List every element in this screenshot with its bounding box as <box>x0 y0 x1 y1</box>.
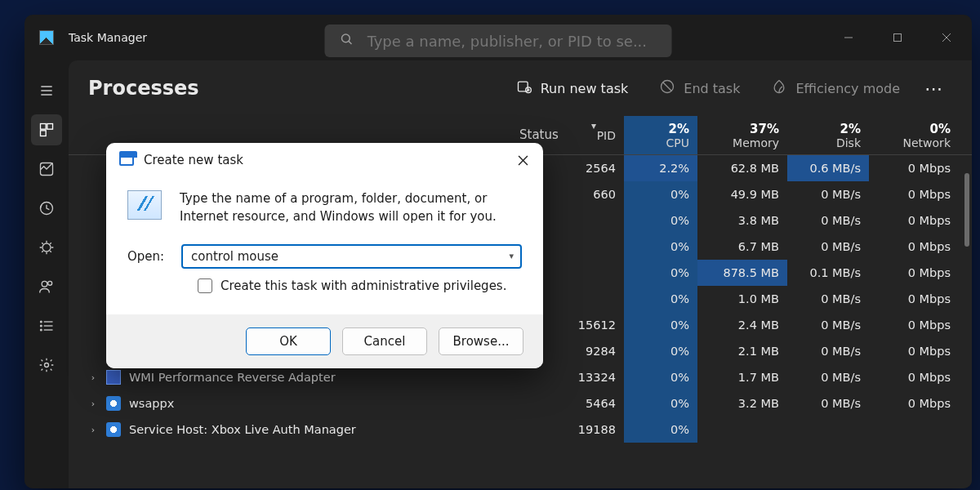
svg-point-16 <box>48 281 52 285</box>
cell-memory: 2.1 MB <box>697 338 787 364</box>
efficiency-mode-button[interactable]: Efficiency mode <box>758 72 913 105</box>
scrollbar[interactable] <box>964 173 969 247</box>
cell-cpu: 0% <box>624 390 697 416</box>
dialog-title: Create new task <box>144 153 243 167</box>
search-input[interactable] <box>366 32 657 51</box>
task-manager-app-icon <box>39 30 54 45</box>
cell-cpu: 2.2% <box>624 155 697 181</box>
dialog-footer: OK Cancel Browse... <box>106 314 543 368</box>
col-cpu[interactable]: 2% CPU <box>624 116 697 154</box>
svg-rect-9 <box>41 124 47 130</box>
close-button[interactable] <box>928 21 965 54</box>
minimize-button[interactable] <box>830 21 867 54</box>
col-status-label[interactable]: Status <box>519 127 559 142</box>
cell-cpu: 0% <box>624 234 697 260</box>
more-button[interactable]: ⋯ <box>918 78 951 99</box>
table-row[interactable]: ›WMI Performance Reverse Adapter133240%1… <box>69 364 959 390</box>
cell-pid: 660 <box>554 181 624 207</box>
maximize-button[interactable] <box>879 21 916 54</box>
search-box[interactable] <box>325 24 672 57</box>
svg-line-1 <box>349 41 352 44</box>
end-task-button[interactable]: End task <box>646 72 753 105</box>
nav-users[interactable] <box>31 271 62 302</box>
cell-pid: 15612 <box>554 312 624 338</box>
open-input[interactable] <box>189 248 509 265</box>
chevron-down-icon[interactable]: ▾ <box>509 251 514 261</box>
nav-services[interactable] <box>31 350 62 381</box>
dialog-description: Type the name of a program, folder, docu… <box>180 190 506 226</box>
cancel-button[interactable]: Cancel <box>342 327 427 355</box>
table-row[interactable]: ›wsappx54640%3.2 MB0 MB/s0 Mbps <box>69 390 959 416</box>
cell-cpu: 0% <box>624 286 697 312</box>
cell-pid: 13324 <box>554 364 624 390</box>
cell-disk: 0 MB/s <box>787 338 869 364</box>
search-icon <box>340 32 354 50</box>
page-title: Processes <box>88 77 199 100</box>
cell-disk: 0 MB/s <box>787 286 869 312</box>
cell-pid: 9284 <box>554 338 624 364</box>
cell-cpu: 0% <box>624 207 697 234</box>
admin-checkbox[interactable] <box>198 278 212 293</box>
col-disk[interactable]: 2% Disk <box>787 116 869 154</box>
col-memory[interactable]: 37% Memory <box>697 116 787 154</box>
cell-memory: 6.7 MB <box>697 234 787 260</box>
cell-network: 0 Mbps <box>869 155 959 181</box>
cell-disk: 0 MB/s <box>787 364 869 390</box>
expand-caret[interactable]: › <box>88 372 98 383</box>
col-network[interactable]: 0% Network <box>869 116 959 154</box>
cell-pid: 2564 <box>554 155 624 181</box>
cell-network: 0 Mbps <box>869 234 959 260</box>
cell-pid <box>554 260 624 286</box>
admin-checkbox-label: Create this task with administrative pri… <box>220 278 506 293</box>
cell-memory: 1.7 MB <box>697 364 787 390</box>
chevron-down-icon: ▾ <box>591 120 596 131</box>
nav-history[interactable] <box>31 193 62 224</box>
cell-pid <box>554 234 624 260</box>
svg-rect-3 <box>894 34 902 42</box>
dialog-close-button[interactable] <box>510 148 535 172</box>
open-combobox[interactable]: ▾ <box>181 244 522 269</box>
cell-network: 0 Mbps <box>869 364 959 390</box>
process-name: Service Host: Xbox Live Auth Manager <box>129 423 356 436</box>
nav-performance[interactable] <box>31 154 62 185</box>
browse-button[interactable]: Browse... <box>439 327 523 355</box>
nav-startup[interactable] <box>31 232 62 263</box>
process-name: wsappx <box>129 397 174 410</box>
cell-network: 0 Mbps <box>869 207 959 234</box>
svg-point-22 <box>41 329 42 331</box>
open-label: Open: <box>127 249 165 264</box>
svg-point-0 <box>342 34 350 42</box>
run-dialog-icon <box>127 190 162 220</box>
nav-details[interactable] <box>31 310 62 341</box>
ok-button[interactable]: OK <box>246 327 331 355</box>
titlebar: Task Manager <box>24 15 972 60</box>
cell-cpu: 0% <box>624 364 697 390</box>
col-pid[interactable]: PID <box>554 116 624 154</box>
cell-cpu: 0% <box>624 338 697 364</box>
cell-disk <box>787 416 869 443</box>
module-icon <box>106 370 121 385</box>
cell-cpu: 0% <box>624 181 697 207</box>
cell-memory <box>697 416 787 443</box>
svg-rect-11 <box>41 131 47 136</box>
end-task-icon <box>659 78 675 98</box>
task-manager-window: Task Manager Processes <box>24 15 972 488</box>
cell-disk: 0 MB/s <box>787 312 869 338</box>
cell-memory: 878.5 MB <box>697 260 787 286</box>
cell-network: 0 Mbps <box>869 338 959 364</box>
table-row[interactable]: ›Service Host: Xbox Live Auth Manager191… <box>69 416 959 443</box>
svg-line-29 <box>663 82 671 91</box>
dialog-app-icon <box>119 154 134 166</box>
cell-memory: 3.2 MB <box>697 390 787 416</box>
nav-menu[interactable] <box>31 75 62 106</box>
app-title: Task Manager <box>65 31 147 44</box>
nav-processes[interactable] <box>31 114 62 145</box>
expand-caret[interactable]: › <box>88 425 98 435</box>
cell-pid <box>554 207 624 234</box>
cell-pid <box>554 286 624 312</box>
cell-disk: 0.6 MB/s <box>787 155 869 181</box>
cell-memory: 62.8 MB <box>697 155 787 181</box>
expand-caret[interactable]: › <box>88 399 98 409</box>
cell-disk: 0.1 MB/s <box>787 260 869 286</box>
run-new-task-button[interactable]: Run new task <box>503 72 642 105</box>
